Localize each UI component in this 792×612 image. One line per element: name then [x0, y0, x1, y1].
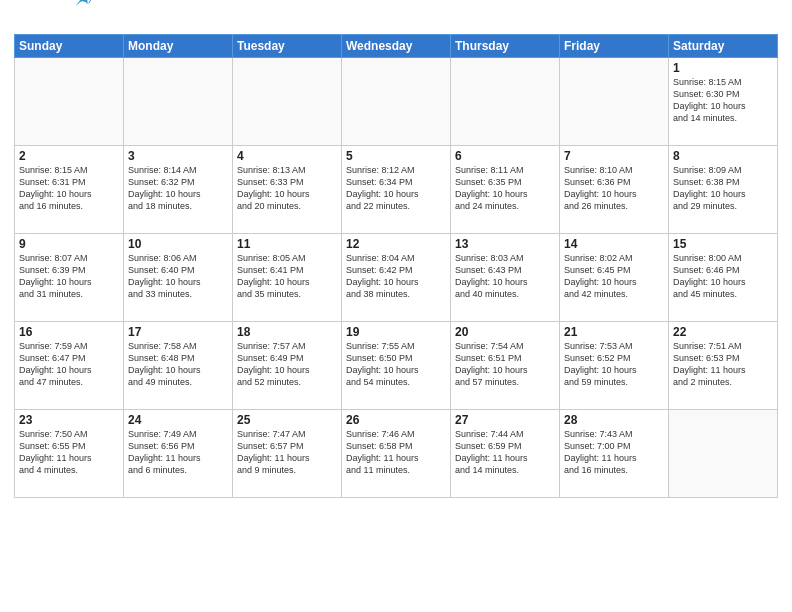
day-number: 10	[128, 237, 228, 251]
day-cell: 13Sunrise: 8:03 AM Sunset: 6:43 PM Dayli…	[451, 234, 560, 322]
day-cell: 5Sunrise: 8:12 AM Sunset: 6:34 PM Daylig…	[342, 146, 451, 234]
day-number: 22	[673, 325, 773, 339]
day-cell: 9Sunrise: 8:07 AM Sunset: 6:39 PM Daylig…	[15, 234, 124, 322]
day-info: Sunrise: 8:07 AM Sunset: 6:39 PM Dayligh…	[19, 252, 119, 301]
day-cell: 1Sunrise: 8:15 AM Sunset: 6:30 PM Daylig…	[669, 58, 778, 146]
logo	[14, 10, 92, 28]
weekday-header-thursday: Thursday	[451, 35, 560, 58]
day-cell: 3Sunrise: 8:14 AM Sunset: 6:32 PM Daylig…	[124, 146, 233, 234]
day-number: 26	[346, 413, 446, 427]
day-info: Sunrise: 8:02 AM Sunset: 6:45 PM Dayligh…	[564, 252, 664, 301]
day-cell	[451, 58, 560, 146]
day-cell	[560, 58, 669, 146]
day-number: 9	[19, 237, 119, 251]
day-cell: 27Sunrise: 7:44 AM Sunset: 6:59 PM Dayli…	[451, 410, 560, 498]
day-cell: 11Sunrise: 8:05 AM Sunset: 6:41 PM Dayli…	[233, 234, 342, 322]
weekday-header-sunday: Sunday	[15, 35, 124, 58]
day-cell	[233, 58, 342, 146]
day-number: 24	[128, 413, 228, 427]
day-cell: 28Sunrise: 7:43 AM Sunset: 7:00 PM Dayli…	[560, 410, 669, 498]
day-info: Sunrise: 7:46 AM Sunset: 6:58 PM Dayligh…	[346, 428, 446, 477]
day-number: 23	[19, 413, 119, 427]
day-info: Sunrise: 8:11 AM Sunset: 6:35 PM Dayligh…	[455, 164, 555, 213]
day-cell	[124, 58, 233, 146]
week-row-2: 9Sunrise: 8:07 AM Sunset: 6:39 PM Daylig…	[15, 234, 778, 322]
day-number: 27	[455, 413, 555, 427]
day-info: Sunrise: 8:13 AM Sunset: 6:33 PM Dayligh…	[237, 164, 337, 213]
day-info: Sunrise: 7:54 AM Sunset: 6:51 PM Dayligh…	[455, 340, 555, 389]
calendar-page: SundayMondayTuesdayWednesdayThursdayFrid…	[0, 0, 792, 612]
weekday-header-row: SundayMondayTuesdayWednesdayThursdayFrid…	[15, 35, 778, 58]
day-info: Sunrise: 7:58 AM Sunset: 6:48 PM Dayligh…	[128, 340, 228, 389]
day-cell: 20Sunrise: 7:54 AM Sunset: 6:51 PM Dayli…	[451, 322, 560, 410]
day-number: 8	[673, 149, 773, 163]
weekday-header-wednesday: Wednesday	[342, 35, 451, 58]
day-info: Sunrise: 8:10 AM Sunset: 6:36 PM Dayligh…	[564, 164, 664, 213]
day-cell	[342, 58, 451, 146]
day-cell: 16Sunrise: 7:59 AM Sunset: 6:47 PM Dayli…	[15, 322, 124, 410]
week-row-3: 16Sunrise: 7:59 AM Sunset: 6:47 PM Dayli…	[15, 322, 778, 410]
day-cell: 23Sunrise: 7:50 AM Sunset: 6:55 PM Dayli…	[15, 410, 124, 498]
day-number: 3	[128, 149, 228, 163]
day-info: Sunrise: 8:12 AM Sunset: 6:34 PM Dayligh…	[346, 164, 446, 213]
weekday-header-friday: Friday	[560, 35, 669, 58]
day-number: 11	[237, 237, 337, 251]
day-number: 2	[19, 149, 119, 163]
day-number: 25	[237, 413, 337, 427]
day-number: 16	[19, 325, 119, 339]
day-number: 6	[455, 149, 555, 163]
day-number: 14	[564, 237, 664, 251]
day-cell	[15, 58, 124, 146]
day-cell: 19Sunrise: 7:55 AM Sunset: 6:50 PM Dayli…	[342, 322, 451, 410]
week-row-0: 1Sunrise: 8:15 AM Sunset: 6:30 PM Daylig…	[15, 58, 778, 146]
day-info: Sunrise: 7:51 AM Sunset: 6:53 PM Dayligh…	[673, 340, 773, 389]
week-row-1: 2Sunrise: 8:15 AM Sunset: 6:31 PM Daylig…	[15, 146, 778, 234]
day-number: 28	[564, 413, 664, 427]
day-info: Sunrise: 8:00 AM Sunset: 6:46 PM Dayligh…	[673, 252, 773, 301]
day-number: 4	[237, 149, 337, 163]
day-number: 13	[455, 237, 555, 251]
header	[14, 10, 778, 28]
day-cell: 17Sunrise: 7:58 AM Sunset: 6:48 PM Dayli…	[124, 322, 233, 410]
day-cell: 10Sunrise: 8:06 AM Sunset: 6:40 PM Dayli…	[124, 234, 233, 322]
day-info: Sunrise: 7:44 AM Sunset: 6:59 PM Dayligh…	[455, 428, 555, 477]
day-info: Sunrise: 7:43 AM Sunset: 7:00 PM Dayligh…	[564, 428, 664, 477]
calendar-table: SundayMondayTuesdayWednesdayThursdayFrid…	[14, 34, 778, 498]
day-cell: 22Sunrise: 7:51 AM Sunset: 6:53 PM Dayli…	[669, 322, 778, 410]
day-info: Sunrise: 8:04 AM Sunset: 6:42 PM Dayligh…	[346, 252, 446, 301]
day-info: Sunrise: 7:59 AM Sunset: 6:47 PM Dayligh…	[19, 340, 119, 389]
day-info: Sunrise: 8:05 AM Sunset: 6:41 PM Dayligh…	[237, 252, 337, 301]
day-info: Sunrise: 8:15 AM Sunset: 6:30 PM Dayligh…	[673, 76, 773, 125]
weekday-header-saturday: Saturday	[669, 35, 778, 58]
day-info: Sunrise: 8:15 AM Sunset: 6:31 PM Dayligh…	[19, 164, 119, 213]
day-cell: 21Sunrise: 7:53 AM Sunset: 6:52 PM Dayli…	[560, 322, 669, 410]
day-cell: 24Sunrise: 7:49 AM Sunset: 6:56 PM Dayli…	[124, 410, 233, 498]
day-info: Sunrise: 7:53 AM Sunset: 6:52 PM Dayligh…	[564, 340, 664, 389]
day-info: Sunrise: 7:47 AM Sunset: 6:57 PM Dayligh…	[237, 428, 337, 477]
day-number: 1	[673, 61, 773, 75]
day-cell: 14Sunrise: 8:02 AM Sunset: 6:45 PM Dayli…	[560, 234, 669, 322]
day-number: 5	[346, 149, 446, 163]
day-cell: 7Sunrise: 8:10 AM Sunset: 6:36 PM Daylig…	[560, 146, 669, 234]
day-cell: 25Sunrise: 7:47 AM Sunset: 6:57 PM Dayli…	[233, 410, 342, 498]
logo-bird-icon	[74, 0, 92, 10]
weekday-header-tuesday: Tuesday	[233, 35, 342, 58]
day-info: Sunrise: 7:57 AM Sunset: 6:49 PM Dayligh…	[237, 340, 337, 389]
day-cell: 12Sunrise: 8:04 AM Sunset: 6:42 PM Dayli…	[342, 234, 451, 322]
day-number: 17	[128, 325, 228, 339]
day-cell: 2Sunrise: 8:15 AM Sunset: 6:31 PM Daylig…	[15, 146, 124, 234]
week-row-4: 23Sunrise: 7:50 AM Sunset: 6:55 PM Dayli…	[15, 410, 778, 498]
day-cell	[669, 410, 778, 498]
day-number: 21	[564, 325, 664, 339]
day-info: Sunrise: 8:14 AM Sunset: 6:32 PM Dayligh…	[128, 164, 228, 213]
day-number: 7	[564, 149, 664, 163]
day-number: 15	[673, 237, 773, 251]
weekday-header-monday: Monday	[124, 35, 233, 58]
day-info: Sunrise: 8:09 AM Sunset: 6:38 PM Dayligh…	[673, 164, 773, 213]
day-cell: 18Sunrise: 7:57 AM Sunset: 6:49 PM Dayli…	[233, 322, 342, 410]
day-info: Sunrise: 7:55 AM Sunset: 6:50 PM Dayligh…	[346, 340, 446, 389]
day-number: 20	[455, 325, 555, 339]
day-info: Sunrise: 7:50 AM Sunset: 6:55 PM Dayligh…	[19, 428, 119, 477]
day-cell: 6Sunrise: 8:11 AM Sunset: 6:35 PM Daylig…	[451, 146, 560, 234]
day-number: 12	[346, 237, 446, 251]
